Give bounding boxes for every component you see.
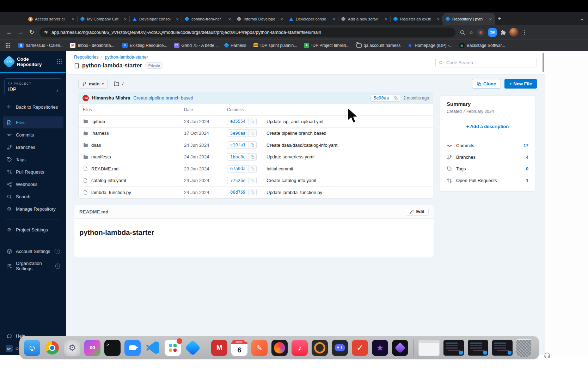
search-icon[interactable] [460, 30, 465, 35]
browser-tab-internal-developer[interactable]: Internal Develope × [234, 13, 286, 25]
path-root[interactable]: / [122, 81, 123, 86]
sidebar-item-branches[interactable]: Branches [3, 141, 63, 153]
firefox-icon[interactable] [271, 340, 288, 356]
tab-search-icon[interactable]: ▾ [581, 17, 583, 22]
vscode-icon[interactable] [145, 340, 161, 356]
code-search-input[interactable] [446, 60, 533, 66]
commit-hash-chip[interactable]: 1bbc8c [227, 153, 257, 161]
sidebar-item-pull-requests[interactable]: Pull Requests [3, 166, 63, 178]
browser-tab-add-software[interactable]: Add a new softw × [338, 13, 391, 25]
table-row-dsas[interactable]: dsas 24 Jun 2024 c19fa1 Create dsas/dasd… [79, 139, 433, 151]
sidebar-item-webhooks[interactable]: Webhooks [3, 178, 63, 190]
tab-close-icon[interactable]: × [123, 17, 127, 22]
back-button[interactable]: ← [4, 29, 15, 36]
reload-button[interactable]: ↻ [26, 29, 37, 36]
copy-icon[interactable] [248, 130, 256, 137]
bookmark-harness[interactable]: Harness [225, 43, 246, 48]
copy-icon[interactable] [248, 189, 256, 196]
tab-close-icon[interactable]: × [488, 17, 492, 22]
minimized-code-window-2[interactable] [468, 340, 488, 356]
bookmark-homepage-idp[interactable]: ×Homepage (IDP) -... [407, 43, 452, 48]
music-app-icon[interactable]: ♪ [292, 340, 308, 356]
sidebar-item-search[interactable]: Search [3, 190, 63, 202]
tab-close-icon[interactable]: × [175, 17, 179, 22]
commit-hash-chip[interactable]: 5e90aa [370, 94, 400, 102]
branch-selector[interactable]: main ▾ [78, 79, 108, 89]
table-row-manifests[interactable]: manifests 24 Jan 2024 1bbc8c Update serv… [79, 151, 433, 163]
info-icon[interactable]: i [55, 249, 60, 254]
browser-tab-repository-active[interactable]: Repository | pyth × [443, 13, 495, 25]
tab-close-icon[interactable]: × [227, 17, 232, 22]
copy-icon[interactable] [248, 177, 256, 184]
new-tab-button[interactable]: + [498, 15, 502, 23]
copy-icon[interactable] [248, 153, 256, 160]
stat-tags[interactable]: Tags 0 [447, 163, 528, 175]
commit-hash-chip[interactable]: 7752be [227, 177, 257, 184]
tab-close-icon[interactable]: × [384, 17, 388, 22]
minimized-code-window-1[interactable] [443, 340, 464, 356]
project-selector[interactable]: PROJECT IDP › [4, 78, 62, 95]
commit-hash-chip[interactable]: 5e90aa [227, 129, 257, 137]
bookmark-existing-resource[interactable]: ≡Existing Resource... [122, 43, 167, 48]
recording-extension-icon[interactable] [477, 29, 485, 36]
terminal-icon[interactable]: >_ [104, 340, 121, 356]
breadcrumb-repo[interactable]: python-lambda-starter [105, 55, 148, 60]
apps-grid-icon[interactable] [6, 43, 10, 48]
trash-icon[interactable] [516, 339, 531, 357]
browser-tab-developer-console-1[interactable]: Developer consol × [130, 13, 182, 25]
copy-icon[interactable] [248, 165, 256, 172]
table-row-harness[interactable]: .harness 17 Oct 2024 5e90aa Create pipel… [79, 128, 433, 140]
finder-icon[interactable]: ☺ [24, 340, 40, 356]
calendar-app-icon[interactable]: DEC 6 24 [231, 340, 247, 356]
chrome-icon[interactable] [44, 340, 60, 356]
commit-hash-chip[interactable]: 67a0da [227, 165, 257, 173]
browser-tab-my-company[interactable]: My Company Cat × [78, 13, 130, 25]
tab-close-icon[interactable]: × [436, 17, 440, 22]
design-app-icon[interactable]: ✎ [251, 340, 268, 356]
commit-hash-chip[interactable]: 06d769 [227, 189, 257, 196]
kebab-menu-icon[interactable]: ⋮ [522, 29, 527, 36]
sidebar-item-manage-repository[interactable]: ⚙ Manage Repository [3, 203, 63, 215]
module-grid-icon[interactable] [57, 59, 62, 64]
table-row-readme[interactable]: README.md 23 Jan 2024 67a0da Initial com… [79, 163, 433, 175]
copy-icon[interactable] [248, 142, 256, 149]
profile-avatar[interactable] [509, 28, 518, 37]
extensions-puzzle-icon[interactable] [500, 30, 506, 35]
address-bar[interactable]: app.harness.io/ng/account/6_vVHzo9Qeu9fX… [39, 28, 455, 37]
slack-icon[interactable] [165, 340, 181, 356]
tab-close-icon[interactable]: × [71, 17, 75, 22]
sidebar-item-back-to-repositories[interactable]: Back to Repositories [3, 101, 63, 113]
goland-icon[interactable]: GO [84, 340, 100, 356]
bookmark-harness-calendar[interactable]: 5harness.io - Calen... [18, 43, 63, 48]
bookmark-star-icon[interactable]: ☆ [469, 29, 473, 36]
sidebar-item-account-settings[interactable]: Account Settings i [3, 245, 63, 257]
stat-open-pull-requests[interactable]: Open Pull Requests 1 [447, 175, 528, 186]
sidebar-item-organization-settings[interactable]: Organization Settings i [3, 258, 63, 274]
stat-branches[interactable]: Branches 4 [447, 151, 528, 163]
info-icon[interactable]: i [55, 264, 60, 269]
zoom-extension-icon[interactable]: zm [488, 28, 497, 37]
bookmark-idp-timeline[interactable]: +IDP Project timelin... [304, 43, 349, 48]
discord-icon[interactable] [332, 340, 348, 356]
copy-icon[interactable] [392, 95, 400, 101]
minimized-window-thumbnail[interactable] [418, 340, 440, 356]
sidebar-item-tags[interactable]: Tags [3, 153, 63, 165]
table-row-catalog-info[interactable]: catalog-info.yaml 24 Jun 2024 7752be Cre… [79, 175, 433, 187]
stat-commits[interactable]: Commits 17 [447, 140, 528, 151]
breadcrumb-repositories[interactable]: Repositories [74, 55, 98, 60]
browser-tab-access-server[interactable]: Access server cli × [25, 13, 78, 25]
sidebar-item-commits[interactable]: Commits [3, 129, 63, 141]
browser-tab-coming-from[interactable]: coming-from-hcr × [182, 13, 234, 25]
obsidian-icon[interactable] [392, 340, 408, 356]
code-search-box[interactable] [435, 58, 537, 67]
zoom-app-icon[interactable] [124, 340, 141, 356]
bookmark-inbox[interactable]: MInbox - debabrata.... [70, 43, 115, 48]
add-description-link[interactable]: + Add a description [447, 124, 528, 129]
commit-message-link[interactable]: Create pipeline branch based [133, 95, 193, 101]
tab-close-icon[interactable]: × [280, 17, 284, 22]
table-row-github[interactable]: .github 24 Jan 2024 e35554 Update zip_an… [79, 116, 433, 128]
bookmark-backstage[interactable]: ◍Backstage Softwar... [459, 43, 505, 48]
copy-icon[interactable] [248, 118, 256, 125]
browser-tab-developer-console-2[interactable]: Developer conso × [286, 13, 338, 25]
commit-hash-chip[interactable]: e35554 [227, 118, 257, 125]
